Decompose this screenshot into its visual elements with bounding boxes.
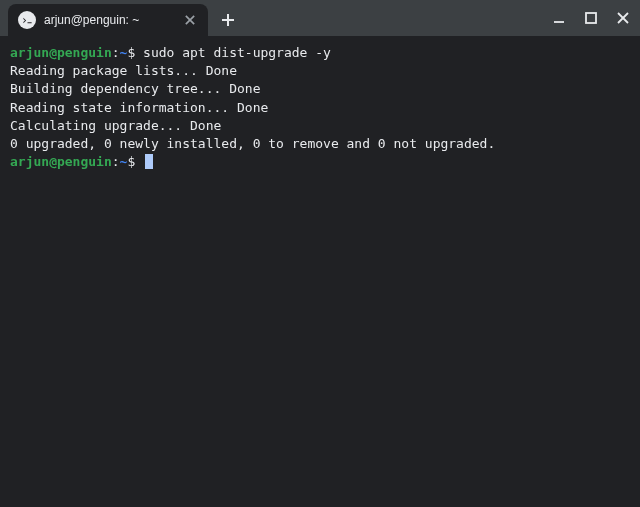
cursor-icon (145, 154, 153, 169)
prompt-line: arjun@penguin:~$ sudo apt dist-upgrade -… (10, 44, 630, 62)
output-line: 0 upgraded, 0 newly installed, 0 to remo… (10, 135, 630, 153)
close-window-icon[interactable] (614, 9, 632, 27)
window-controls (550, 0, 632, 36)
output-line: Reading package lists... Done (10, 62, 630, 80)
prompt-line: arjun@penguin:~$ (10, 153, 630, 171)
tab-title: arjun@penguin: ~ (44, 13, 174, 27)
output-line: Reading state information... Done (10, 99, 630, 117)
new-tab-button[interactable] (214, 6, 242, 34)
output-line: Calculating upgrade... Done (10, 117, 630, 135)
titlebar: arjun@penguin: ~ (0, 0, 640, 36)
command-text: sudo apt dist-upgrade -y (143, 45, 331, 60)
minimize-icon[interactable] (550, 9, 568, 27)
output-line: Building dependency tree... Done (10, 80, 630, 98)
user-host: arjun@penguin (10, 45, 112, 60)
user-host: arjun@penguin (10, 154, 112, 169)
close-tab-icon[interactable] (182, 12, 198, 28)
terminal-icon (18, 11, 36, 29)
terminal-tab[interactable]: arjun@penguin: ~ (8, 4, 208, 36)
terminal-body[interactable]: arjun@penguin:~$ sudo apt dist-upgrade -… (0, 36, 640, 179)
maximize-icon[interactable] (582, 9, 600, 27)
svg-rect-5 (586, 13, 596, 23)
